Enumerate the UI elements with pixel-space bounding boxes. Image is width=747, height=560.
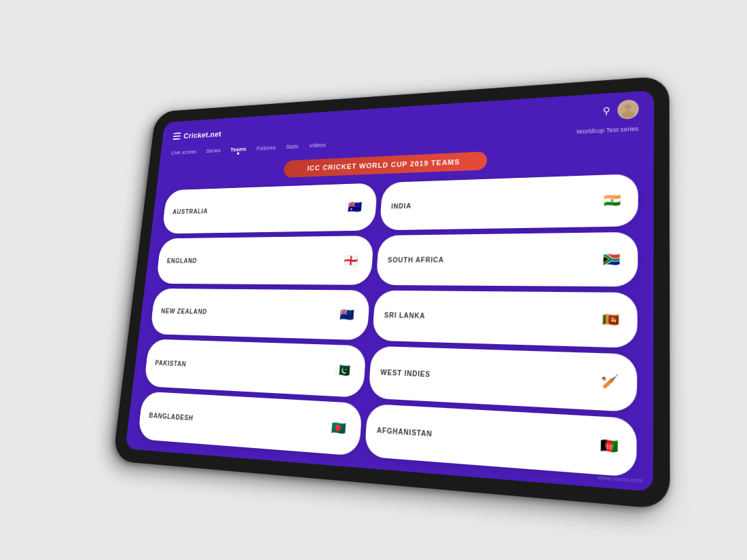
- nav-series[interactable]: Series: [206, 147, 221, 154]
- team-flag-bangladesh: 🇧🇩: [326, 418, 350, 436]
- watermark: www.sooui.com: [598, 473, 643, 484]
- svg-point-0: [625, 103, 632, 110]
- team-card-england[interactable]: ENGLAND🏴󠁧󠁢󠁥󠁮󠁧󠁿: [156, 236, 374, 284]
- team-card-sri-lanka[interactable]: SRI LANKA🇱🇰: [372, 290, 638, 348]
- team-flag-sri-lanka: 🇱🇰: [596, 310, 625, 329]
- team-name-sri-lanka: SRI LANKA: [384, 312, 425, 320]
- team-card-south-africa[interactable]: SOUTH AFRICA🇿🇦: [376, 232, 638, 286]
- tablet-wrapper: Cricket.net ⚲ Live scores: [113, 75, 670, 509]
- scene: Cricket.net ⚲ Live scores: [68, 56, 679, 504]
- team-card-west-indies[interactable]: WEST INDIES🏏: [368, 346, 637, 411]
- svg-point-1: [622, 110, 635, 118]
- team-name-south-africa: SOUTH AFRICA: [388, 256, 444, 263]
- team-name-afghanistan: AFGHANISTAN: [376, 426, 432, 438]
- team-flag-new-zealand: 🇳🇿: [335, 306, 359, 322]
- team-flag-south-africa: 🇿🇦: [598, 250, 625, 268]
- team-name-england: ENGLAND: [166, 257, 197, 264]
- page-title: ICC CRICKET WORLD CUP 2019 TEAMS: [283, 151, 488, 178]
- team-flag-india: 🇮🇳: [598, 191, 626, 209]
- team-name-bangladesh: BANGLADESH: [149, 411, 194, 422]
- team-name-new-zealand: NEW ZEALAND: [161, 307, 207, 315]
- hamburger-icon[interactable]: [172, 132, 181, 140]
- team-card-new-zealand[interactable]: NEW ZEALAND🇳🇿: [150, 288, 371, 340]
- header-icons: ⚲: [602, 99, 638, 120]
- nav-stats[interactable]: Stats: [286, 143, 299, 150]
- nav-worldcup[interactable]: Worldcup Test series: [577, 125, 638, 135]
- nav-live-scores[interactable]: Live scores: [171, 149, 197, 155]
- team-name-pakistan: PAKISTAN: [155, 359, 187, 367]
- nav-teams[interactable]: Teams: [230, 146, 247, 153]
- team-flag-australia: 🇦🇺: [343, 199, 367, 214]
- team-flag-england: 🏴󠁧󠁢󠁥󠁮󠁧󠁿: [339, 252, 363, 267]
- avatar[interactable]: [617, 99, 638, 119]
- team-flag-pakistan: 🇵🇰: [331, 362, 355, 379]
- team-name-west-indies: WEST INDIES: [380, 368, 431, 378]
- team-name-australia: AUSTRALIA: [172, 207, 208, 214]
- tablet-screen: Cricket.net ⚲ Live scores: [125, 90, 654, 491]
- team-card-australia[interactable]: AUSTRALIA🇦🇺: [162, 183, 378, 234]
- nav-fixtures[interactable]: Fixtures: [256, 144, 276, 151]
- teams-grid: AUSTRALIA🇦🇺INDIA🇮🇳ENGLAND🏴󠁧󠁢󠁥󠁮󠁧󠁿SOUTH AF…: [125, 173, 653, 491]
- team-card-pakistan[interactable]: PAKISTAN🇵🇰: [144, 339, 367, 397]
- team-flag-afghanistan: 🇦🇫: [594, 435, 623, 456]
- search-icon[interactable]: ⚲: [602, 105, 610, 115]
- team-name-india: INDIA: [391, 202, 412, 209]
- logo-area: Cricket.net: [172, 129, 221, 141]
- team-flag-west-indies: 🏏: [596, 372, 624, 392]
- nav-videos[interactable]: Videos: [309, 141, 327, 148]
- team-card-afghanistan[interactable]: AFGHANISTAN🇦🇫: [364, 403, 636, 477]
- team-card-india[interactable]: INDIA🇮🇳: [380, 173, 638, 230]
- team-card-bangladesh[interactable]: BANGLADESH🇧🇩: [137, 391, 363, 456]
- logo-text: Cricket.net: [183, 129, 222, 140]
- tablet-body: Cricket.net ⚲ Live scores: [113, 75, 670, 509]
